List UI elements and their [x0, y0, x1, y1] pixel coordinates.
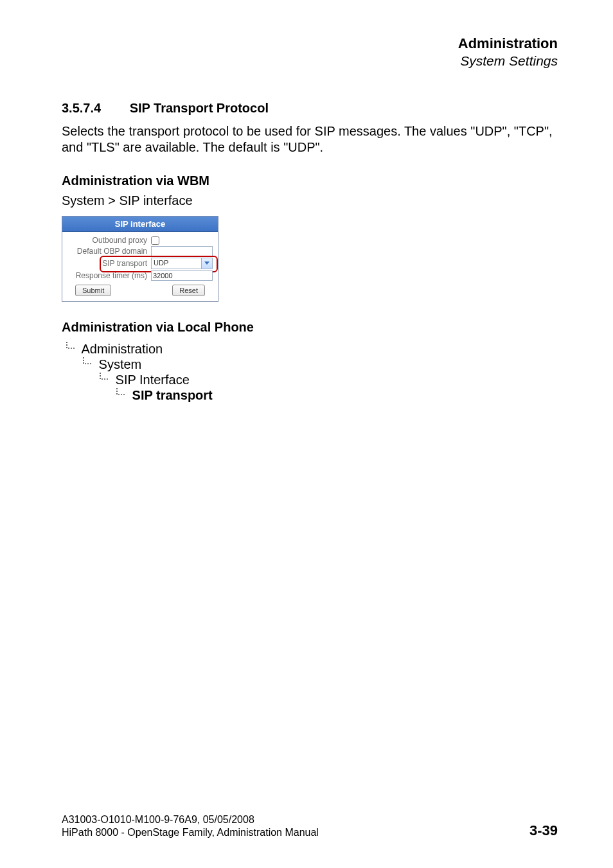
sip-interface-panel: SIP interface Outbound proxy Default OBP… — [62, 216, 218, 302]
chevron-down-icon — [201, 258, 212, 269]
row-sip-transport: SIP transport UDP — [65, 258, 215, 269]
header-title: Administration — [62, 35, 558, 52]
submit-button[interactable]: Submit — [75, 285, 111, 296]
reset-button[interactable]: Reset — [172, 285, 205, 296]
section-heading: 3.5.7.4 SIP Transport Protocol — [62, 101, 558, 116]
tree-item-administration: Administration — [81, 342, 163, 356]
section-paragraph: Selects the transport protocol to be use… — [62, 123, 558, 155]
tree-branch-icon — [81, 357, 95, 372]
panel-button-row: Submit Reset — [65, 282, 215, 297]
footer-doc-id: A31003-O1010-M100-9-76A9, 05/05/2008 — [62, 813, 319, 826]
default-obp-label: Default OBP domain — [65, 247, 151, 256]
page-number: 3-39 — [529, 822, 558, 839]
tree-branch-icon — [64, 341, 78, 357]
header-subtitle: System Settings — [62, 53, 558, 69]
footer-doc-title: HiPath 8000 - OpenStage Family, Administ… — [62, 826, 319, 839]
local-phone-heading: Administration via Local Phone — [62, 320, 558, 335]
wbm-heading: Administration via WBM — [62, 173, 558, 188]
outbound-proxy-label: Outbound proxy — [65, 236, 151, 245]
page-footer: A31003-O1010-M100-9-76A9, 05/05/2008 HiP… — [62, 813, 558, 839]
menu-tree: Administration System SIP Interface SIP … — [62, 341, 558, 403]
tree-branch-icon — [114, 387, 129, 403]
tree-branch-icon — [98, 372, 112, 387]
tree-item-system: System — [99, 357, 142, 371]
tree-item-sip-transport: SIP transport — [132, 388, 213, 402]
response-timer-input[interactable] — [151, 270, 213, 281]
default-obp-input[interactable] — [151, 246, 213, 256]
sip-transport-value: UDP — [152, 258, 201, 269]
row-default-obp: Default OBP domain — [65, 246, 215, 256]
panel-title: SIP interface — [62, 217, 218, 232]
page-header: Administration System Settings — [62, 35, 558, 69]
tree-item-sip-interface: SIP Interface — [116, 373, 190, 387]
sip-transport-select[interactable]: UDP — [151, 258, 213, 269]
sip-transport-label: SIP transport — [65, 259, 151, 268]
section-number: 3.5.7.4 — [62, 101, 101, 116]
row-response-timer: Response timer (ms) — [65, 270, 215, 281]
outbound-proxy-checkbox[interactable] — [151, 236, 159, 245]
section-title: SIP Transport Protocol — [130, 101, 269, 116]
response-timer-label: Response timer (ms) — [65, 271, 151, 280]
breadcrumb: System > SIP interface — [62, 193, 558, 208]
row-outbound-proxy: Outbound proxy — [65, 236, 215, 245]
